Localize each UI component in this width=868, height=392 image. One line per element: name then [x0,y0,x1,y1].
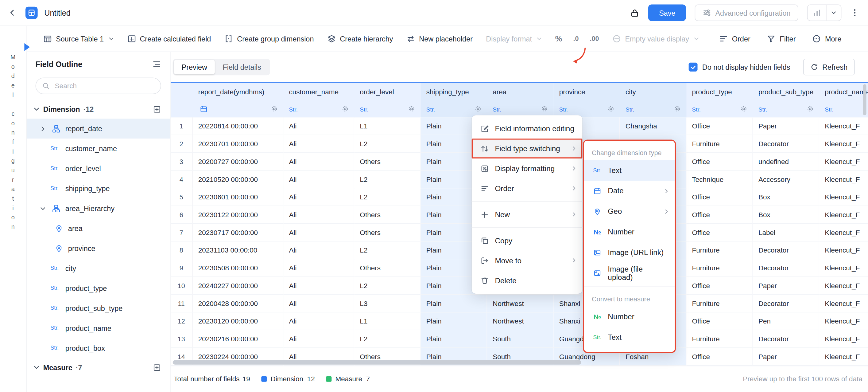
menu-item-order[interactable]: Order [472,178,583,198]
column-header[interactable]: customer_name [283,83,354,101]
measure-section-header[interactable]: Measure ·7 [27,358,170,376]
sidebar-item-product-box[interactable]: Str. product_box [27,338,170,358]
lock-icon[interactable] [630,8,640,18]
sidebar-item-product-type[interactable]: Str. product_type [27,278,170,298]
column-settings-icon[interactable] [807,105,814,112]
outline-view-icon[interactable] [152,60,161,69]
menu-item-move-to[interactable]: Move to [472,250,583,270]
table-cell: undefined [753,153,819,171]
create-calculated-field-button[interactable]: Create calculated field [127,34,211,43]
create-group-dimension-button[interactable]: Create group dimension [224,34,314,43]
column-settings-icon[interactable] [740,105,747,112]
advanced-configuration-button[interactable]: Advanced configuration [695,4,798,21]
sidebar-item-customer-name[interactable]: Str. customer_name [27,139,170,159]
refresh-button[interactable]: Refresh [804,59,855,75]
sidebar-item-order-level[interactable]: Str. order_level [27,159,170,178]
percent-format-button[interactable]: % [555,34,562,43]
sidebar-item-shipping-type[interactable]: Str. shipping_type [27,178,170,198]
save-button[interactable]: Save [649,4,686,21]
menu-item-field-type-switching[interactable]: Field type switching [472,139,583,159]
column-header[interactable]: province [554,83,620,101]
column-header[interactable]: city [620,83,686,101]
sidebar-item-area-hierarchy[interactable]: area_Hierarchy [27,198,170,218]
table-cell: 20210520 00:00:00 [193,171,284,189]
sidebar-item-area[interactable]: area [27,218,170,239]
submenu-item-convert-number[interactable]: № Number [584,306,675,327]
filter-button[interactable]: Filter [767,34,796,43]
column-header[interactable]: order_level [354,83,421,101]
tab-preview[interactable]: Preview [174,60,215,74]
column-settings-icon[interactable] [271,105,278,112]
order-button[interactable]: Order [719,34,750,43]
submenu-chevron-icon [664,208,670,214]
sidebar-item-product-name[interactable]: Str. product_name [27,318,170,338]
decrease-decimal-button[interactable]: .0 [573,35,579,43]
sidebar-item-product-sub-type[interactable]: Str. product_sub_type [27,298,170,318]
table-cell: L2 [354,242,421,259]
menu-item-delete[interactable]: Delete [472,270,583,290]
search-input[interactable] [54,81,154,90]
more-button[interactable]: More [812,34,842,43]
submenu-chevron-icon [571,186,577,191]
table-cell: L2 [354,277,421,295]
model-configuration-rail: Model configuration [0,26,27,392]
table-cell: Decorator [753,259,819,277]
table-cell: Kleencut_F [819,206,868,224]
tab-field-details[interactable]: Field details [215,60,269,74]
batch-edit-fields-icon[interactable] [153,105,161,113]
horizontal-scrollbar[interactable] [173,360,581,364]
submenu-chevron-icon [571,258,577,263]
column-header[interactable]: area [487,83,553,101]
submenu-item-image-upload[interactable]: Image (file upload) [584,263,675,283]
source-table-selector[interactable]: Source Table 1 [43,34,114,43]
chart-icon[interactable] [808,5,826,21]
sidebar-item-report-date[interactable]: report_date [27,119,170,139]
back-button[interactable] [8,8,17,17]
table-cell: Kleencut_F [819,312,868,330]
column-settings-icon[interactable] [474,105,482,112]
menu-item-copy[interactable]: Copy [472,230,583,250]
more-menu-kebab-icon[interactable] [850,8,859,17]
table-cell: Office [686,348,753,366]
column-settings-icon[interactable] [541,105,548,112]
increase-decimal-button[interactable]: .00 [590,35,599,43]
table-cell: Box [753,206,819,224]
submenu-item-geo[interactable]: Geo [584,201,675,222]
menu-item-new[interactable]: New [472,204,583,225]
column-header[interactable]: product_name [819,83,868,101]
create-hierarchy-button[interactable]: Create hierarchy [327,34,393,43]
submenu-item-date[interactable]: Date [584,180,675,201]
chart-dropdown-chevron-icon[interactable] [827,5,841,21]
sidebar-item-province[interactable]: province [27,239,170,258]
table-cell: 20200727 00:00:00 [193,153,284,171]
chevron-right-icon[interactable] [40,125,46,132]
submenu-item-convert-text[interactable]: Str. Text [584,327,675,347]
table-cell: Kleencut_F [819,188,868,206]
column-settings-icon[interactable] [608,105,615,112]
hidden-fields-checkbox[interactable] [689,63,698,72]
submenu-item-number[interactable]: № Number [584,222,675,242]
new-placeholder-button[interactable]: New placeholder [406,34,473,43]
column-settings-icon[interactable] [674,105,681,112]
menu-item-display-formatting[interactable]: Display formatting [472,159,583,178]
column-settings-icon[interactable] [408,105,415,112]
column-header[interactable]: product_type [686,83,753,101]
column-header[interactable]: product_sub_type [753,83,819,101]
vertical-scrollbar[interactable] [863,84,866,115]
submenu-item-text[interactable]: Str. Text [584,160,675,180]
batch-edit-fields-icon[interactable] [153,363,161,371]
submenu-item-image-url[interactable]: Image (URL link) [584,242,675,263]
dimension-section-header[interactable]: Dimension ·12 [27,100,170,119]
sidebar-item-city[interactable]: Str. city [27,258,170,278]
column-header[interactable]: shipping_type [421,83,487,101]
row-index: 7 [170,224,193,242]
expand-panel-handle[interactable] [24,43,30,51]
table-cell: Kleencut_F [819,171,868,189]
chevron-down-icon[interactable] [40,205,46,212]
search-icon [42,82,50,90]
table-cell: Furniture [686,259,753,277]
column-header[interactable]: report_date(ymdhms) [193,83,284,101]
column-settings-icon[interactable] [342,105,349,112]
menu-item-field-information-editing[interactable]: Field information editing [472,119,583,139]
table-row: 12 20230120 00:00:00 Ali L1 Plain Northw… [170,312,868,330]
